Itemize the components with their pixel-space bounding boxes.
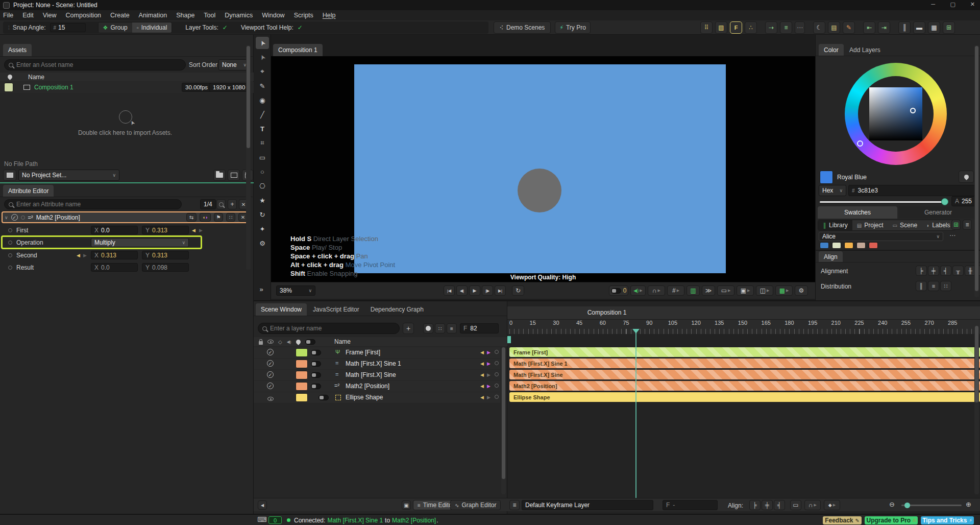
utilities-tool[interactable]: ⚙	[256, 237, 269, 249]
layer-stack-icon[interactable]: ≡	[780, 21, 792, 34]
layer-toggle[interactable]	[311, 372, 321, 378]
enabled-check-icon[interactable]: ✓	[267, 383, 274, 389]
enabled-check-icon[interactable]: ✓	[267, 371, 274, 378]
output-connection-icon[interactable]: ▶	[487, 395, 491, 400]
onion-skin-button[interactable]	[423, 323, 433, 333]
keyframe-filter-button[interactable]: ≡	[509, 500, 520, 510]
layer-search[interactable]	[258, 323, 400, 334]
layer-name[interactable]: Math [First.X] Sine 1	[346, 360, 401, 367]
solo-circle-icon[interactable]	[495, 350, 499, 354]
snap-keyframes-button[interactable]: ∩▶	[804, 500, 821, 510]
visibility-column-icon[interactable]	[267, 340, 274, 344]
grid-add-icon[interactable]: ⊞	[943, 21, 955, 34]
solo-circle-icon[interactable]	[495, 384, 499, 388]
snapping-grid-icon[interactable]: ⠿	[700, 21, 713, 34]
menu-composition[interactable]: Composition	[66, 12, 101, 19]
align-left-edge-icon[interactable]: ⇤	[863, 21, 875, 34]
timeline-zoom-in-icon[interactable]: ⊕	[966, 500, 971, 508]
asset-name[interactable]: Composition 1	[34, 84, 74, 91]
menu-tool[interactable]: Tool	[204, 12, 215, 19]
group-option[interactable]: ❖ Group	[99, 22, 132, 33]
attribute-dot-icon[interactable]	[8, 253, 12, 257]
menu-scripts[interactable]: Scripts	[294, 12, 313, 19]
palette-dropdown[interactable]: Alice ∨	[819, 232, 943, 241]
align-left-button[interactable]: ╞	[916, 266, 927, 276]
second-x-field[interactable]: X 0.313	[91, 251, 138, 259]
palette-more-button[interactable]: ⋯	[949, 232, 955, 239]
align-center-h-button[interactable]: ╪	[928, 266, 939, 276]
source-library[interactable]: ║ Library	[818, 220, 852, 230]
current-color-swatch[interactable]	[820, 171, 833, 184]
distribute-spacing-button[interactable]: ∷	[940, 281, 951, 291]
output-connection-icon[interactable]: ▶	[487, 350, 491, 355]
star-tool[interactable]: ★	[256, 194, 269, 206]
camera-tool[interactable]: ◉	[256, 94, 269, 106]
fast-preview-button[interactable]: ≫	[702, 285, 715, 296]
viewport-settings-button[interactable]: ⚙	[795, 285, 808, 296]
toolbar-grip[interactable]: ⁞	[8, 25, 9, 31]
ellipse-shape-object[interactable]	[518, 169, 561, 212]
kf-align-right-button[interactable]: ╡	[774, 500, 785, 510]
step-back-button[interactable]: ◀|	[456, 285, 468, 296]
layer-name[interactable]: Math [First.X] Sine	[346, 371, 396, 378]
attribute-dot-icon[interactable]	[8, 266, 12, 270]
sv-selector[interactable]	[910, 108, 916, 113]
align-right-edge-icon[interactable]: ⇥	[878, 21, 890, 34]
timeline-zoom-slider[interactable]	[901, 505, 962, 506]
kf-align-left-button[interactable]: ╞	[749, 500, 761, 510]
asset-color-swatch[interactable]	[4, 83, 13, 92]
palette-swatch[interactable]	[869, 242, 878, 249]
layer-toggle[interactable]	[311, 361, 321, 367]
frame-value[interactable]: 82	[470, 325, 477, 332]
align-tab[interactable]: Align	[819, 251, 843, 262]
layer-search-input[interactable]	[270, 325, 395, 332]
tab-javascript-editor[interactable]: JavaScript Editor	[308, 303, 364, 316]
frame-offset-toggle[interactable]: 0	[609, 285, 628, 296]
loop-button[interactable]: ↻	[512, 285, 524, 296]
layer-name[interactable]: Ellipse Shape	[346, 394, 383, 401]
timeline-bar-frame-first[interactable]: Frame [First]	[509, 347, 980, 357]
pick-attribute-button[interactable]	[216, 199, 226, 209]
line-tool[interactable]: ╱	[256, 108, 269, 121]
attribute-search[interactable]	[4, 199, 182, 209]
lasso-icon[interactable]: ✎	[843, 21, 855, 34]
first-x-field[interactable]: X 0.0	[91, 226, 138, 234]
attribute-editor-tab[interactable]: Attribute Editor	[3, 185, 54, 197]
project-board-button[interactable]	[3, 170, 16, 181]
hex-value[interactable]: 3c81e3	[858, 187, 878, 194]
swap-inputs-icon[interactable]: ⇆	[186, 213, 197, 222]
ellipse-tool[interactable]: ○	[256, 165, 269, 178]
generator-tab[interactable]: Generator	[898, 206, 978, 219]
frame-snap-icon[interactable]: F	[730, 21, 742, 34]
menu-animation[interactable]: Animation	[139, 12, 167, 19]
frame-region-button[interactable]: ▭	[790, 500, 801, 510]
layer-toggle[interactable]	[318, 395, 329, 400]
attribute-header-math2[interactable]: ∨ ✓ =² Math2 [Position] ⇆ ◖◗ ⚑ ∷ ✕	[2, 211, 251, 223]
timeline-bar-math2-position[interactable]: Math2 [Position]	[509, 381, 980, 391]
eyedropper-button[interactable]	[959, 171, 974, 183]
maximize-button[interactable]: ▢	[950, 1, 955, 8]
menu-edit[interactable]: Edit	[22, 12, 34, 19]
solo-circle-icon[interactable]	[495, 395, 499, 399]
graph-editor-button[interactable]: ∿ Graph Editor	[450, 500, 501, 510]
menu-view[interactable]: View	[43, 12, 57, 19]
play-button[interactable]: ▶	[469, 285, 480, 296]
audio-column-icon[interactable]: ◀)	[287, 340, 291, 344]
viewport-composition-tab[interactable]: Composition 1	[273, 44, 323, 56]
left-panel-scrollbar[interactable]	[246, 45, 251, 270]
menu-window[interactable]: Window	[262, 12, 284, 19]
alpha-slider[interactable]	[820, 201, 947, 203]
individual-option[interactable]: ▫ Individual	[132, 22, 172, 33]
operation-dropdown[interactable]: Multiply ∨	[91, 238, 189, 247]
duplicate-view-button[interactable]: ◫▶	[756, 285, 773, 296]
connections-icon[interactable]: ◖◗	[200, 213, 211, 222]
assets-search[interactable]	[4, 59, 186, 70]
viewport-canvas[interactable]: Hold S Direct Layer Selection Space Play…	[271, 56, 815, 282]
guides-button[interactable]: ▥	[687, 285, 700, 296]
source-labels[interactable]: ◗ Labels	[922, 220, 954, 230]
palette-swatch[interactable]	[832, 242, 841, 249]
input-connection-icon[interactable]: ◀	[480, 372, 484, 377]
grid-layout-icon[interactable]: ▦	[928, 21, 940, 34]
cube-snap-icon[interactable]: ▧	[715, 21, 727, 34]
timeline-bar-ellipse-shape[interactable]: Ellipse Shape	[509, 392, 980, 402]
